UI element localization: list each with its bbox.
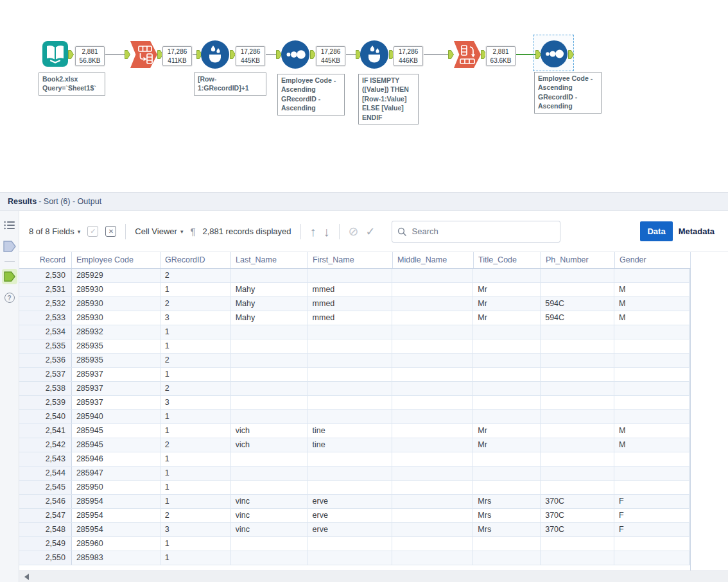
table-cell[interactable] (392, 269, 473, 282)
table-cell[interactable] (392, 523, 473, 536)
table-cell[interactable] (308, 410, 393, 424)
column-header[interactable]: Employee Code (72, 252, 160, 268)
table-cell[interactable] (473, 466, 541, 480)
column-header[interactable]: Middle_Name (393, 252, 474, 268)
input-anchor-button[interactable] (2, 239, 17, 254)
tool-annotation[interactable]: Employee Code - Ascending GRecordID - As… (534, 72, 602, 114)
table-cell[interactable]: 1 (160, 551, 231, 565)
table-cell[interactable] (392, 325, 473, 339)
table-cell[interactable]: F (614, 509, 690, 522)
table-cell[interactable] (614, 537, 690, 551)
table-cell[interactable]: 285937 (72, 382, 160, 395)
table-cell[interactable]: 285983 (72, 551, 160, 565)
table-cell[interactable]: 1 (160, 466, 231, 480)
table-cell[interactable]: 2,532 (19, 297, 72, 311)
table-cell[interactable]: 2,541 (19, 424, 72, 438)
table-cell[interactable] (614, 466, 690, 480)
table-cell[interactable]: Mahy (231, 311, 308, 325)
table-cell[interactable]: 2,530 (19, 269, 72, 282)
tool-multi-row-formula[interactable] (201, 40, 229, 69)
table-cell[interactable]: 285937 (72, 396, 160, 409)
table-cell[interactable] (392, 438, 473, 452)
table-cell[interactable] (541, 438, 614, 452)
table-cell[interactable] (392, 311, 473, 325)
table-cell[interactable]: erve (308, 509, 393, 522)
horizontal-scrollbar[interactable] (19, 570, 728, 582)
table-cell[interactable]: 370C (541, 509, 614, 522)
table-cell[interactable]: 285932 (72, 325, 160, 339)
tool-input-data[interactable] (42, 41, 68, 67)
table-cell[interactable]: 285954 (72, 509, 160, 522)
table-row[interactable]: 2,5312859301MahymmedMrM (19, 283, 690, 297)
table-cell[interactable]: Mrs (473, 523, 541, 536)
messages-list-icon[interactable] (2, 218, 17, 233)
table-cell[interactable]: 2,534 (19, 325, 72, 339)
table-cell[interactable]: M (614, 283, 690, 296)
table-row[interactable]: 2,5402859401 (19, 410, 690, 424)
table-cell[interactable] (231, 551, 308, 565)
table-cell[interactable]: 2,536 (19, 354, 72, 367)
table-cell[interactable] (308, 269, 393, 282)
table-cell[interactable]: 285950 (72, 481, 160, 494)
table-cell[interactable]: vich (231, 438, 308, 452)
table-cell[interactable]: 1 (160, 410, 231, 424)
table-cell[interactable]: 1 (160, 452, 231, 466)
table-cell[interactable] (231, 466, 308, 480)
table-cell[interactable]: 2,533 (19, 311, 72, 325)
table-cell[interactable] (231, 481, 308, 494)
table-cell[interactable]: 2,539 (19, 396, 72, 409)
table-row[interactable]: 2,5322859302MahymmedMr594CM (19, 297, 690, 311)
table-cell[interactable]: F (614, 523, 690, 536)
table-row[interactable]: 2,5472859542vincerveMrs370CF (19, 509, 690, 523)
table-row[interactable]: 2,5362859352 (19, 354, 690, 368)
table-cell[interactable]: 2 (160, 297, 231, 311)
table-cell[interactable] (614, 396, 690, 409)
table-row[interactable]: 2,5372859371 (19, 368, 690, 382)
table-cell[interactable] (308, 481, 393, 494)
table-cell[interactable]: Mahy (231, 297, 308, 311)
table-cell[interactable] (392, 495, 473, 508)
table-cell[interactable]: 285954 (72, 523, 160, 536)
table-row[interactable]: 2,5342859321 (19, 325, 690, 339)
table-cell[interactable]: 3 (160, 396, 231, 409)
table-cell[interactable] (308, 396, 393, 409)
table-cell[interactable] (231, 410, 308, 424)
column-header[interactable]: Ph_Number (541, 252, 615, 268)
table-cell[interactable]: 370C (541, 495, 614, 508)
connection-line[interactable] (105, 54, 126, 55)
table-cell[interactable] (392, 452, 473, 466)
table-cell[interactable]: 2,549 (19, 537, 72, 551)
column-header[interactable]: Gender (615, 252, 691, 268)
table-cell[interactable]: M (614, 297, 690, 311)
table-cell[interactable]: Mrs (473, 495, 541, 508)
table-cell[interactable] (473, 410, 541, 424)
table-cell[interactable]: M (614, 438, 690, 452)
column-header[interactable]: GRecordID (160, 252, 231, 268)
table-row[interactable]: 2,5412859451vichtineMrM (19, 424, 690, 438)
table-cell[interactable]: Mr (473, 424, 541, 438)
table-cell[interactable] (308, 339, 393, 353)
table-cell[interactable] (541, 481, 614, 494)
table-cell[interactable] (308, 354, 393, 367)
output-anchor[interactable] (568, 50, 574, 59)
table-cell[interactable] (392, 354, 473, 367)
output-anchor[interactable] (230, 50, 236, 59)
table-cell[interactable] (231, 537, 308, 551)
table-cell[interactable] (308, 368, 393, 381)
table-cell[interactable]: 3 (160, 523, 231, 536)
table-cell[interactable]: 2,535 (19, 339, 72, 353)
table-cell[interactable] (614, 368, 690, 381)
table-cell[interactable] (541, 551, 614, 565)
table-cell[interactable] (614, 269, 690, 282)
table-cell[interactable] (308, 452, 393, 466)
tool-multi-row-formula[interactable] (360, 40, 388, 69)
table-cell[interactable]: erve (308, 495, 393, 508)
table-cell[interactable] (541, 382, 614, 395)
table-cell[interactable] (231, 354, 308, 367)
table-cell[interactable]: tine (308, 424, 393, 438)
table-cell[interactable] (541, 396, 614, 409)
table-cell[interactable]: mmed (308, 283, 393, 296)
table-cell[interactable] (231, 452, 308, 466)
table-cell[interactable] (473, 368, 541, 381)
table-cell[interactable] (308, 466, 393, 480)
